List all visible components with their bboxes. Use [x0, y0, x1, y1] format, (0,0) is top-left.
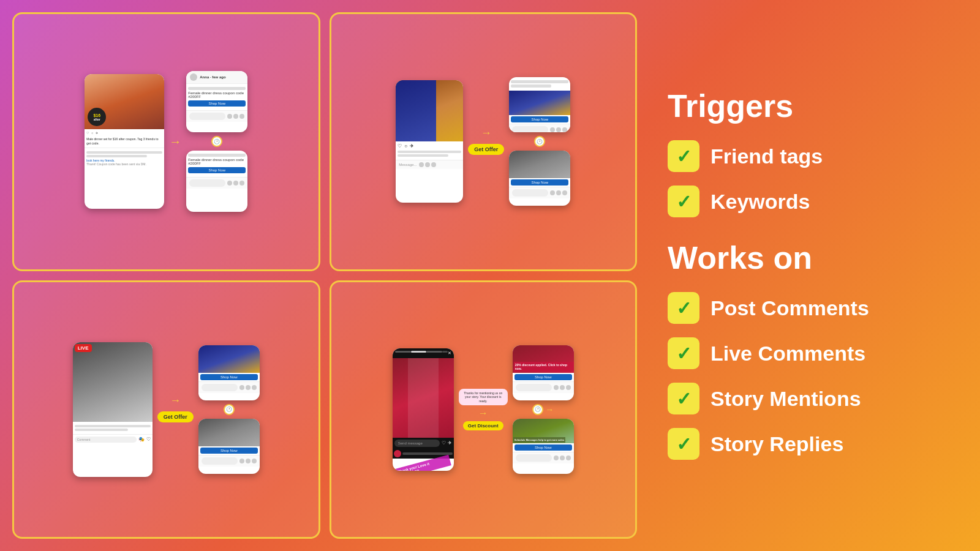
- dm-phones-right: Shop Now 🕐 Shop Now: [509, 77, 570, 206]
- checklist-story-mentions: ✓ Story Mentions: [668, 383, 949, 414]
- checklist-keywords: ✓ Keywords: [668, 186, 949, 217]
- checkbox-live-comments: ✓: [668, 337, 699, 369]
- story-image: [393, 358, 454, 438]
- comments-section: look here my friends. Thank! Coupon code…: [85, 148, 164, 168]
- dm-phone-group: Anna · few ago Female dinner dress coupo…: [186, 71, 247, 212]
- live-arrow-offer: → Get Offer: [157, 394, 194, 424]
- live-comment-bar: Comment 🎭 ♡: [73, 434, 153, 444]
- scenario-story-mentions: ✕ Send message ♡ ✈ Thank you! Love it @a…: [330, 280, 638, 539]
- phone-post: $16after ♡○✈ Male dinner set for $16 aft…: [85, 74, 164, 209]
- msg-bar-right-1: [509, 124, 570, 132]
- shop-now-story-2: Shop Now: [514, 444, 572, 451]
- discount-overlay: 20% discount applied. Click to shop now.: [514, 362, 574, 372]
- live-dm-phones: Shop Now 🕐 Shop Now: [198, 345, 260, 474]
- get-discount-button: Get Discount: [463, 421, 503, 430]
- fashion-image: [396, 80, 463, 141]
- post-caption: ♡○✈ Male dinner set for $16 after coupon…: [85, 129, 164, 148]
- checklist-post-comments: ✓ Post Comments: [668, 292, 949, 324]
- story-mentions-label: Story Mentions: [710, 387, 861, 411]
- msg-bar-1: [186, 110, 247, 122]
- shop-now-btn: Shop Now: [511, 116, 568, 122]
- phone-live: LIVE Comment 🎭 ♡: [73, 342, 153, 477]
- dm-right-content-1: [509, 77, 570, 91]
- story-arrow-discount: Thanks for mentioning us on your story. …: [459, 389, 508, 431]
- phone-story-dm-2: Schedule Messages help to get more sales…: [513, 419, 574, 474]
- arrow-get-offer: → Get Offer: [468, 127, 504, 157]
- clock-icon-4: 🕐: [532, 404, 543, 415]
- works-on-title: Works on: [668, 239, 949, 276]
- dm-content-2: Female dinner dress coupon code #200FF S…: [186, 151, 247, 177]
- clock-icon-1: 🕐: [211, 136, 222, 147]
- phone-live-dm-2: Shop Now: [198, 419, 260, 474]
- live-product-1: [198, 345, 260, 373]
- checklist-friend-tags: ✓ Friend tags: [668, 140, 949, 172]
- msg-bar-fashion: Message...: [396, 160, 463, 169]
- fashion-content: ♡○✈: [396, 141, 463, 160]
- live-product-2: [198, 419, 260, 446]
- msg-bar-live-2: [198, 455, 260, 467]
- phone-fashion: ♡○✈ Message...: [396, 80, 463, 203]
- live-comments-label: Live Comments: [710, 342, 865, 365]
- story-dm-phones: 20% discount applied. Click to shop now.…: [513, 345, 574, 474]
- checklist-story-replies: ✓ Story Replies: [668, 428, 949, 460]
- info-panel: Triggers ✓ Friend tags ✓ Keywords Works …: [649, 12, 968, 539]
- story-reply-bar: Send message ♡ ✈: [393, 438, 454, 449]
- clock-arrow-story: 🕐 →: [532, 404, 554, 415]
- scenario-keywords: ♡○✈ Message... → Get Offer: [330, 12, 638, 271]
- checkbox-story-mentions: ✓: [668, 383, 699, 414]
- phone-dm-1: Anna · few ago Female dinner dress coupo…: [186, 71, 247, 132]
- msg-bar-live-1: [198, 381, 260, 393]
- clock-icon-2: 🕐: [534, 136, 545, 147]
- friend-tags-label: Friend tags: [710, 144, 823, 168]
- phone-dm-2: Female dinner dress coupon code #200FF S…: [186, 151, 247, 212]
- get-offer-button: Get Offer: [468, 144, 504, 155]
- story-replies-label: Story Replies: [710, 432, 843, 456]
- phone-dm-right-2: Shop Now: [509, 151, 570, 206]
- msg-bar-story-1: [513, 381, 574, 393]
- dm-header-1: Anna · few ago: [186, 71, 247, 84]
- mention-reply-bubble: Thanks for mentioning us on your story. …: [459, 389, 508, 406]
- checklist-live-comments: ✓ Live Comments: [668, 337, 949, 369]
- checkbox-story-replies: ✓: [668, 428, 699, 460]
- get-offer-live-button: Get Offer: [157, 411, 194, 422]
- keywords-label: Keywords: [710, 190, 810, 214]
- story-product-1: 20% discount applied. Click to shop now.: [513, 345, 574, 373]
- phone-dm-right-1: Shop Now: [509, 77, 570, 132]
- shop-now-live-1: Shop Now: [200, 374, 258, 380]
- live-badge: LIVE: [75, 344, 92, 352]
- triggers-title: Triggers: [668, 88, 949, 124]
- checkbox-friend-tags: ✓: [668, 140, 699, 172]
- checkbox-keywords: ✓: [668, 186, 699, 217]
- scenario-live-comments: LIVE Comment 🎭 ♡ → Get Offer: [12, 280, 320, 539]
- msg-bar-right-2: [509, 187, 570, 198]
- product-image-2: [509, 151, 570, 178]
- shop-now-btn-2: Shop Now: [511, 179, 568, 186]
- phone-story: ✕ Send message ♡ ✈ Thank you! Love it @a…: [393, 348, 454, 471]
- phone-story-dm-1: 20% discount applied. Click to shop now.…: [513, 345, 574, 400]
- main-container: $16after ♡○✈ Male dinner set for $16 aft…: [0, 0, 980, 551]
- live-image: LIVE: [73, 342, 153, 422]
- arrow-1: →: [169, 135, 181, 149]
- msg-bar-2: [186, 177, 247, 189]
- shop-now-story-1: Shop Now: [514, 374, 572, 380]
- scenario-post-comments: $16after ♡○✈ Male dinner set for $16 aft…: [12, 12, 320, 271]
- story-product-2: Schedule Messages help to get more sales: [513, 419, 574, 443]
- live-content: [73, 422, 153, 434]
- price-badge: $16after: [88, 108, 106, 126]
- screenshots-area: $16after ♡○✈ Male dinner set for $16 aft…: [12, 12, 637, 539]
- clock-icon-3: 🕐: [224, 404, 235, 415]
- product-image-1: [509, 91, 570, 115]
- post-comments-label: Post Comments: [710, 296, 869, 320]
- phone-live-dm-1: Shop Now: [198, 345, 260, 400]
- msg-bar-story-2: [513, 452, 574, 463]
- shop-now-live-2: Shop Now: [200, 448, 258, 454]
- schedule-overlay: Schedule Messages help to get more sales: [513, 437, 565, 443]
- checkbox-post-comments: ✓: [668, 292, 699, 324]
- post-image: $16after: [85, 74, 164, 129]
- dm-content-1: Female dinner dress coupon code #200FF S…: [186, 84, 247, 110]
- story-header: ✕: [393, 348, 454, 358]
